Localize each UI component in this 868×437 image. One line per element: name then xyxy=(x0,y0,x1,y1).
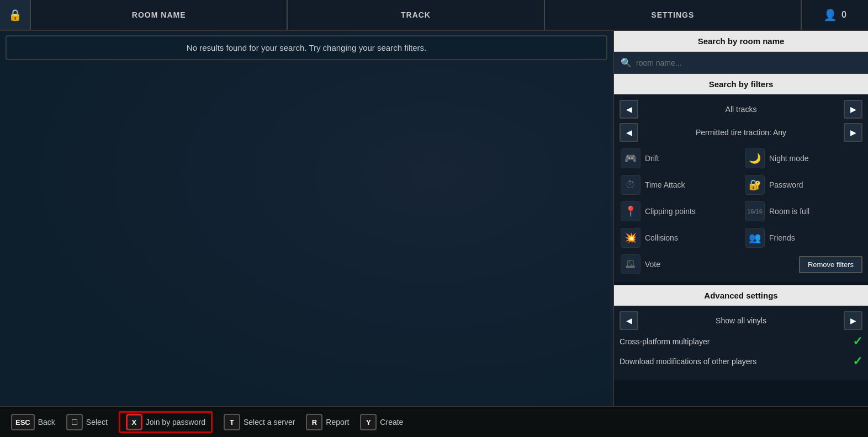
download-mods-check: ✓ xyxy=(853,354,862,369)
cross-platform-label: Cross-platform multiplayer xyxy=(620,337,710,346)
night-mode-label: Night mode xyxy=(769,154,809,163)
filter-item-time-attack[interactable]: ⏱ Time Attack xyxy=(620,173,738,197)
room-full-label: Room is full xyxy=(769,207,809,216)
remove-filters-container: Remove filters xyxy=(744,252,862,276)
filter-item-clipping[interactable]: 📍 Clipping points xyxy=(620,199,738,223)
traction-filter-row: ◀ Permitted tire traction: Any ▶ xyxy=(620,123,862,142)
track-label: TRACK xyxy=(401,10,431,19)
vote-label: Vote xyxy=(645,260,660,269)
search-icon: 🔍 xyxy=(621,57,632,68)
filters-body: ◀ All tracks ▶ ◀ Permitted tire traction… xyxy=(614,94,868,282)
filter-item-drift[interactable]: 🎮 Drift xyxy=(620,146,738,170)
create-label: Create xyxy=(380,418,403,427)
y-key: Y xyxy=(360,414,377,430)
lock-icon: 🔒 xyxy=(8,8,22,22)
back-action[interactable]: ESC Back xyxy=(11,414,55,430)
search-input[interactable] xyxy=(636,58,861,67)
track-column[interactable]: TRACK xyxy=(288,0,544,30)
search-section-header: Search by room name xyxy=(614,31,868,52)
create-action[interactable]: Y Create xyxy=(360,414,403,430)
tracks-label: All tracks xyxy=(638,105,844,114)
filter-item-room-full[interactable]: 16/16 Room is full xyxy=(744,199,862,223)
back-label: Back xyxy=(38,418,55,427)
header: 🔒 ROOM NAME TRACK SETTINGS 👤 0 xyxy=(0,0,868,31)
filters-section-header: Search by filters xyxy=(614,74,868,94)
select-server-label: Select a server xyxy=(244,418,295,427)
traction-prev-button[interactable]: ◀ xyxy=(620,123,638,142)
lock-button[interactable]: 🔒 xyxy=(0,0,31,30)
filter-item-collisions[interactable]: 💥 Collisions xyxy=(620,226,738,250)
vote-icon: 🗳 xyxy=(621,254,641,274)
friends-label: Friends xyxy=(769,233,795,242)
select-key: □ xyxy=(66,414,83,430)
tracks-prev-button[interactable]: ◀ xyxy=(620,100,638,119)
time-attack-label: Time Attack xyxy=(645,180,685,189)
drift-label: Drift xyxy=(645,154,659,163)
join-password-label: Join by password xyxy=(146,418,205,427)
select-server-action[interactable]: T Select a server xyxy=(224,414,295,430)
select-action[interactable]: □ Select xyxy=(66,414,108,430)
r-key: R xyxy=(306,414,322,430)
vinyls-next-button[interactable]: ▶ xyxy=(844,311,862,330)
vinyls-label: Show all vinyls xyxy=(638,316,844,325)
bottom-bar: ESC Back □ Select X Join by password T S… xyxy=(0,406,868,437)
advanced-section-header: Advanced settings xyxy=(614,285,868,306)
password-label: Password xyxy=(769,180,803,189)
collisions-label: Collisions xyxy=(645,233,678,242)
filter-item-vote[interactable]: 🗳 Vote xyxy=(620,252,738,276)
filter-item-password[interactable]: 🔐 Password xyxy=(744,173,862,197)
clipping-label: Clipping points xyxy=(645,207,696,216)
filter-item-night-mode[interactable]: 🌙 Night mode xyxy=(744,146,862,170)
settings-column[interactable]: SETTINGS xyxy=(545,0,802,30)
report-action[interactable]: R Report xyxy=(306,414,349,430)
cross-platform-row: Cross-platform multiplayer ✓ xyxy=(620,334,862,349)
download-mods-label: Download modifications of other players xyxy=(620,357,756,366)
tracks-filter-row: ◀ All tracks ▶ xyxy=(620,100,862,119)
time-attack-icon: ⏱ xyxy=(621,175,641,195)
search-input-container[interactable]: 🔍 xyxy=(614,52,868,74)
password-icon: 🔐 xyxy=(745,175,765,195)
vinyls-prev-button[interactable]: ◀ xyxy=(620,311,638,330)
filter-item-friends[interactable]: 👥 Friends xyxy=(744,226,862,250)
vinyls-row: ◀ Show all vinyls ▶ xyxy=(620,311,862,330)
esc-key: ESC xyxy=(11,414,35,430)
advanced-body: ◀ Show all vinyls ▶ Cross-platform multi… xyxy=(614,306,868,380)
drift-icon: 🎮 xyxy=(621,148,641,168)
join-password-action[interactable]: X Join by password xyxy=(119,411,213,433)
right-sidebar: Search by room name 🔍 Search by filters … xyxy=(613,31,868,406)
t-key: T xyxy=(224,414,240,430)
cross-platform-check: ✓ xyxy=(853,334,862,349)
collisions-icon: 💥 xyxy=(621,228,641,248)
room-full-icon: 16/16 xyxy=(745,201,765,221)
left-panel: No results found for your search. Try ch… xyxy=(0,31,613,406)
night-mode-icon: 🌙 xyxy=(745,148,765,168)
tracks-next-button[interactable]: ▶ xyxy=(844,100,862,119)
filter-grid: 🎮 Drift 🌙 Night mode ⏱ Time Attack xyxy=(620,146,862,276)
traction-label: Permitted tire traction: Any xyxy=(638,128,844,137)
room-name-label: ROOM NAME xyxy=(132,10,186,19)
traction-next-button[interactable]: ▶ xyxy=(844,123,862,142)
player-icon: 👤 xyxy=(823,8,837,22)
download-mods-row: Download modifications of other players … xyxy=(620,354,862,369)
settings-label: SETTINGS xyxy=(651,10,694,19)
select-label: Select xyxy=(86,418,108,427)
players-count: 👤 0 xyxy=(802,0,868,30)
remove-filters-button[interactable]: Remove filters xyxy=(799,256,862,273)
report-label: Report xyxy=(326,418,349,427)
no-results-message: No results found for your search. Try ch… xyxy=(6,35,607,60)
room-name-column[interactable]: ROOM NAME xyxy=(31,0,288,30)
content-area: No results found for your search. Try ch… xyxy=(0,31,868,406)
friends-icon: 👥 xyxy=(745,228,765,248)
player-count-value: 0 xyxy=(841,10,846,20)
clipping-icon: 📍 xyxy=(621,201,641,221)
x-key: X xyxy=(126,414,142,430)
